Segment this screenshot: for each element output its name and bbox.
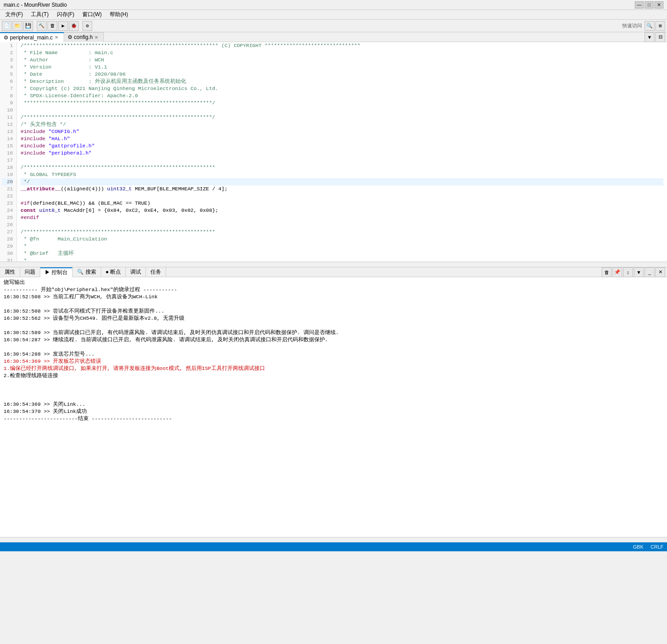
output-line-14 bbox=[4, 386, 663, 394]
minimize-button[interactable]: — bbox=[635, 1, 644, 9]
code-line-23: #if(defined(BLE_MAC)) && (BLE_MAC == TRU… bbox=[21, 200, 663, 207]
toolbar-quick2[interactable]: ⊞ bbox=[655, 21, 665, 31]
menu-help[interactable]: 帮助(H) bbox=[106, 10, 132, 19]
code-line-2: * File Name : main.c bbox=[21, 49, 663, 56]
btab-tasks[interactable]: 任务 bbox=[146, 267, 166, 277]
tab-split-btn[interactable]: ⊟ bbox=[655, 32, 665, 42]
toolbar-run[interactable]: ▶ bbox=[58, 21, 68, 31]
toolbar: 📄 📁 💾 🔨 🗑 ▶ 🐞 ⚙ 快速访问 🔍 ⊞ bbox=[0, 20, 667, 32]
tab-peripheral-main[interactable]: ⚙ peripheral_main.c ✕ bbox=[0, 32, 64, 42]
line-num-19: 19 bbox=[2, 171, 13, 178]
code-line-13: #include "CONFIG.h" bbox=[21, 128, 663, 135]
line-num-26: 26 bbox=[2, 221, 13, 228]
code-line-18: /***************************************… bbox=[21, 164, 663, 171]
code-line-1: /***************************************… bbox=[21, 42, 663, 49]
btab-close[interactable]: ✕ bbox=[655, 267, 665, 277]
code-line-4: * Version : V1.1 bbox=[21, 64, 663, 71]
btab-search[interactable]: 🔍 搜索 bbox=[73, 267, 101, 277]
line-num-12: 12 bbox=[2, 121, 13, 128]
tab-menu-btn[interactable]: ▼ bbox=[645, 32, 654, 42]
code-line-26 bbox=[21, 221, 663, 228]
line-num-9: 9 bbox=[2, 99, 13, 107]
output-line-10: 16:30:54:369 >> 开发板芯片状态错误 bbox=[4, 358, 663, 365]
line-num-25: 25 bbox=[2, 214, 13, 221]
line-num-18: 18 bbox=[2, 164, 13, 171]
code-line-24: const uint8_t MacAddr[6] = {0x84, 0xC2, … bbox=[21, 207, 663, 214]
code-line-29: * bbox=[21, 243, 663, 250]
line-num-13: 13 bbox=[2, 128, 13, 135]
code-line-30: * @brief 主循环 bbox=[21, 250, 663, 257]
maximize-button[interactable]: □ bbox=[645, 1, 654, 9]
menu-window[interactable]: 窗口(W) bbox=[79, 10, 105, 19]
output-line-0: ----------- 开始"obj\Peripheral.hex"的烧录过程 … bbox=[4, 286, 663, 293]
code-line-6: * Description : 外设从机应用主函数及任务系统初始化 bbox=[21, 78, 663, 85]
btab-problems[interactable]: 问题 bbox=[20, 267, 40, 277]
btab-breakpoints[interactable]: ● 断点 bbox=[101, 267, 126, 277]
tab-controls: ▼ ⊟ bbox=[643, 32, 667, 42]
tab-close-config[interactable]: ✕ bbox=[94, 35, 98, 40]
btab-minimize[interactable]: _ bbox=[645, 267, 654, 277]
btab-console[interactable]: ▶ 控制台 bbox=[40, 267, 73, 277]
line-num-30: 30 bbox=[2, 250, 13, 257]
output-line-11: 1.编保已经打开两线调试接口, 如果未打开, 请将开发板连接为Boot模式, 然… bbox=[4, 365, 663, 372]
code-line-20: */ bbox=[21, 178, 663, 185]
line-num-27: 27 bbox=[2, 228, 13, 236]
output-area: 烧写输出 ----------- 开始"obj\Peripheral.hex"的… bbox=[0, 277, 667, 537]
close-button[interactable]: ✕ bbox=[654, 1, 663, 9]
menu-tools[interactable]: 工具(T) bbox=[27, 10, 52, 19]
btab-menu[interactable]: ▼ bbox=[634, 267, 644, 277]
toolbar-save[interactable]: 💾 bbox=[23, 21, 33, 31]
btab-debug[interactable]: 调试 bbox=[126, 267, 146, 277]
code-line-31: * bbox=[21, 257, 663, 262]
code-line-21: __attribute__((aligned(4))) uint32_t MEM… bbox=[21, 185, 663, 193]
menu-flash[interactable]: 闪存(F) bbox=[53, 10, 78, 19]
tab-config[interactable]: ⚙ config.h ✕ bbox=[64, 32, 104, 42]
code-line-10 bbox=[21, 107, 663, 114]
tab-label-config: ⚙ config.h bbox=[68, 34, 93, 40]
code-area[interactable]: /***************************************… bbox=[17, 42, 667, 262]
toolbar-debug[interactable]: 🐞 bbox=[69, 21, 79, 31]
bottom-tabs: 属性 问题 ▶ 控制台 🔍 搜索 ● 断点 调试 任务 🗑 📌 ↕ ▼ _ ✕ bbox=[0, 267, 667, 277]
output-line-18: ------------------------结束 -------------… bbox=[4, 415, 663, 422]
status-right: GBK CRLF bbox=[633, 544, 663, 550]
status-encoding[interactable]: GBK bbox=[633, 544, 643, 550]
app-title: main.c - MounRiver Studio bbox=[4, 2, 67, 8]
btab-clear[interactable]: 🗑 bbox=[602, 267, 611, 277]
toolbar-build[interactable]: 🔨 bbox=[37, 21, 47, 31]
code-line-25: #endif bbox=[21, 214, 663, 221]
line-num-31: 31 bbox=[2, 257, 13, 262]
code-line-28: * @fn Main_Circulation bbox=[21, 236, 663, 243]
toolbar-settings[interactable]: ⚙ bbox=[82, 21, 92, 31]
editor-hscrollbar[interactable] bbox=[0, 262, 667, 267]
line-num-2: 2 bbox=[2, 49, 13, 56]
menu-file[interactable]: 文件(F) bbox=[2, 10, 26, 19]
output-line-9: 16:30:54:288 >> 发送芯片型号... bbox=[4, 351, 663, 358]
code-line-19: * GLOBAL TYPEDEFS bbox=[21, 171, 663, 178]
toolbar-clean[interactable]: 🗑 bbox=[47, 21, 57, 31]
btab-pin[interactable]: 📌 bbox=[612, 267, 622, 277]
line-num-10: 10 bbox=[2, 107, 13, 114]
line-num-17: 17 bbox=[2, 157, 13, 164]
output-line-2 bbox=[4, 301, 663, 308]
code-line-27: /***************************************… bbox=[21, 228, 663, 236]
toolbar-quick1[interactable]: 🔍 bbox=[645, 21, 654, 31]
btab-scroll[interactable]: ↕ bbox=[623, 267, 633, 277]
status-bar: GBK CRLF bbox=[0, 542, 667, 551]
output-line-15 bbox=[4, 394, 663, 401]
output-hscrollbar[interactable] bbox=[0, 537, 667, 542]
line-num-20: 20 bbox=[2, 178, 13, 185]
code-line-3: * Author : WCH bbox=[21, 56, 663, 64]
output-line-8 bbox=[4, 343, 663, 351]
toolbar-new[interactable]: 📄 bbox=[2, 21, 12, 31]
btab-controls: 🗑 📌 ↕ ▼ _ ✕ bbox=[600, 267, 667, 277]
code-line-8: * SPDX-License-Identifier: Apache-2.0 bbox=[21, 92, 663, 99]
code-line-14: #include "HAL.h" bbox=[21, 135, 663, 142]
toolbar-open[interactable]: 📁 bbox=[13, 21, 22, 31]
line-num-28: 28 bbox=[2, 236, 13, 243]
status-line-ending[interactable]: CRLF bbox=[650, 544, 663, 550]
output-line-3: 16:30:52:508 >> 尝试在不同模式下打开设备并检查更新固件... bbox=[4, 308, 663, 315]
tab-close-peripheral[interactable]: ✕ bbox=[55, 35, 58, 40]
line-num-16: 16 bbox=[2, 150, 13, 157]
line-num-14: 14 bbox=[2, 135, 13, 142]
btab-properties[interactable]: 属性 bbox=[0, 267, 20, 277]
